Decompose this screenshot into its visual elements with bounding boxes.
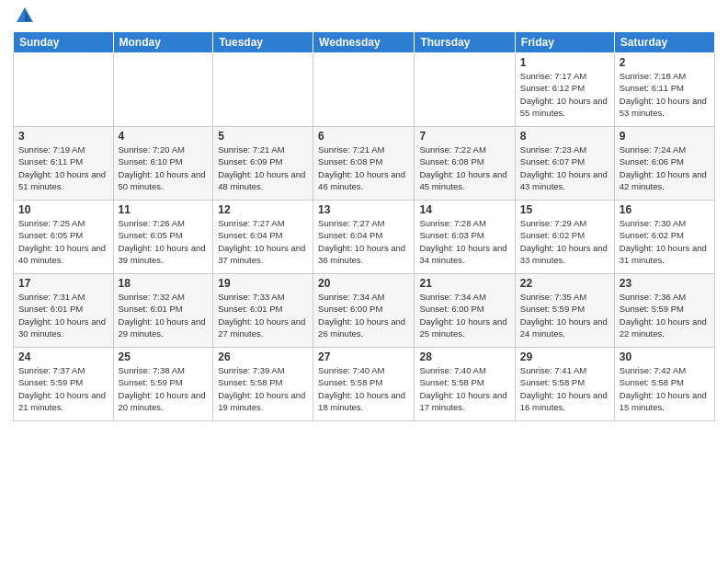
day-info: Sunrise: 7:30 AM Sunset: 6:02 PM Dayligh… (620, 217, 710, 266)
day-number: 4 (119, 130, 209, 143)
calendar-cell: 28Sunrise: 7:40 AM Sunset: 5:58 PM Dayli… (415, 348, 515, 421)
day-info: Sunrise: 7:22 AM Sunset: 6:08 PM Dayligh… (419, 144, 509, 192)
calendar-cell (213, 53, 313, 127)
calendar-cell: 11Sunrise: 7:26 AM Sunset: 6:05 PM Dayli… (113, 201, 213, 274)
calendar-cell: 29Sunrise: 7:41 AM Sunset: 5:58 PM Dayli… (515, 348, 614, 421)
calendar-cell: 13Sunrise: 7:27 AM Sunset: 6:04 PM Dayli… (313, 201, 415, 274)
day-info: Sunrise: 7:37 AM Sunset: 5:59 PM Dayligh… (18, 364, 108, 413)
day-info: Sunrise: 7:38 AM Sunset: 5:59 PM Dayligh… (119, 364, 209, 413)
day-info: Sunrise: 7:21 AM Sunset: 6:08 PM Dayligh… (318, 144, 409, 192)
calendar-cell: 2Sunrise: 7:18 AM Sunset: 6:11 PM Daylig… (614, 53, 714, 127)
day-number: 14 (419, 203, 509, 216)
day-number: 27 (318, 350, 409, 363)
day-number: 3 (18, 130, 108, 143)
calendar-cell: 14Sunrise: 7:28 AM Sunset: 6:03 PM Dayli… (415, 201, 515, 274)
day-info: Sunrise: 7:27 AM Sunset: 6:04 PM Dayligh… (218, 217, 308, 266)
day-number: 23 (620, 277, 710, 290)
logo (13, 9, 35, 26)
day-info: Sunrise: 7:20 AM Sunset: 6:10 PM Dayligh… (119, 144, 209, 192)
day-info: Sunrise: 7:42 AM Sunset: 5:58 PM Dayligh… (620, 364, 710, 413)
calendar-cell: 7Sunrise: 7:22 AM Sunset: 6:08 PM Daylig… (415, 127, 515, 201)
day-info: Sunrise: 7:26 AM Sunset: 6:05 PM Dayligh… (119, 217, 209, 266)
calendar-cell: 21Sunrise: 7:34 AM Sunset: 6:00 PM Dayli… (415, 274, 515, 348)
day-info: Sunrise: 7:18 AM Sunset: 6:11 PM Dayligh… (620, 70, 710, 119)
header (13, 9, 715, 26)
calendar-cell (313, 53, 415, 127)
calendar-cell: 5Sunrise: 7:21 AM Sunset: 6:09 PM Daylig… (213, 127, 313, 201)
day-number: 29 (520, 350, 609, 363)
day-number: 10 (18, 203, 108, 216)
day-number: 6 (318, 130, 409, 143)
calendar-cell: 4Sunrise: 7:20 AM Sunset: 6:10 PM Daylig… (113, 127, 213, 201)
calendar-row-4: 24Sunrise: 7:37 AM Sunset: 5:59 PM Dayli… (14, 348, 715, 421)
day-info: Sunrise: 7:41 AM Sunset: 5:58 PM Dayligh… (520, 364, 609, 413)
weekday-header-thursday: Thursday (415, 32, 515, 53)
day-number: 17 (18, 277, 108, 290)
calendar-cell: 9Sunrise: 7:24 AM Sunset: 6:06 PM Daylig… (614, 127, 714, 201)
day-info: Sunrise: 7:21 AM Sunset: 6:09 PM Dayligh… (218, 144, 308, 192)
day-info: Sunrise: 7:31 AM Sunset: 6:01 PM Dayligh… (18, 291, 108, 339)
day-number: 13 (318, 203, 409, 216)
calendar-cell: 10Sunrise: 7:25 AM Sunset: 6:05 PM Dayli… (14, 201, 114, 274)
day-info: Sunrise: 7:27 AM Sunset: 6:04 PM Dayligh… (318, 217, 409, 266)
calendar-cell: 19Sunrise: 7:33 AM Sunset: 6:01 PM Dayli… (213, 274, 313, 348)
day-number: 16 (620, 203, 710, 216)
calendar-cell: 8Sunrise: 7:23 AM Sunset: 6:07 PM Daylig… (515, 127, 614, 201)
calendar-row-2: 10Sunrise: 7:25 AM Sunset: 6:05 PM Dayli… (14, 201, 715, 274)
page: SundayMondayTuesdayWednesdayThursdayFrid… (0, 0, 728, 429)
day-info: Sunrise: 7:17 AM Sunset: 6:12 PM Dayligh… (520, 70, 609, 119)
day-number: 1 (520, 56, 609, 69)
day-number: 28 (419, 350, 509, 363)
calendar-cell (415, 53, 515, 127)
calendar-table: SundayMondayTuesdayWednesdayThursdayFrid… (13, 31, 715, 421)
day-number: 7 (419, 130, 509, 143)
calendar-cell: 23Sunrise: 7:36 AM Sunset: 5:59 PM Dayli… (614, 274, 714, 348)
calendar-row-1: 3Sunrise: 7:19 AM Sunset: 6:11 PM Daylig… (14, 127, 715, 201)
day-number: 18 (119, 277, 209, 290)
day-number: 24 (18, 350, 108, 363)
calendar-cell: 3Sunrise: 7:19 AM Sunset: 6:11 PM Daylig… (14, 127, 114, 201)
calendar-cell: 15Sunrise: 7:29 AM Sunset: 6:02 PM Dayli… (515, 201, 614, 274)
svg-marker-1 (25, 10, 31, 21)
day-number: 22 (520, 277, 609, 290)
day-info: Sunrise: 7:29 AM Sunset: 6:02 PM Dayligh… (520, 217, 609, 266)
day-info: Sunrise: 7:36 AM Sunset: 5:59 PM Dayligh… (620, 291, 710, 339)
calendar-row-3: 17Sunrise: 7:31 AM Sunset: 6:01 PM Dayli… (14, 274, 715, 348)
calendar-cell (113, 53, 213, 127)
calendar-cell: 25Sunrise: 7:38 AM Sunset: 5:59 PM Dayli… (113, 348, 213, 421)
day-info: Sunrise: 7:32 AM Sunset: 6:01 PM Dayligh… (119, 291, 209, 339)
weekday-header-sunday: Sunday (14, 32, 114, 53)
weekday-header-wednesday: Wednesday (313, 32, 415, 53)
day-info: Sunrise: 7:28 AM Sunset: 6:03 PM Dayligh… (419, 217, 509, 266)
day-number: 21 (419, 277, 509, 290)
calendar-cell: 22Sunrise: 7:35 AM Sunset: 5:59 PM Dayli… (515, 274, 614, 348)
calendar-cell: 6Sunrise: 7:21 AM Sunset: 6:08 PM Daylig… (313, 127, 415, 201)
day-number: 19 (218, 277, 308, 290)
weekday-header-friday: Friday (515, 32, 614, 53)
calendar-cell: 12Sunrise: 7:27 AM Sunset: 6:04 PM Dayli… (213, 201, 313, 274)
weekday-header-saturday: Saturday (614, 32, 714, 53)
day-info: Sunrise: 7:25 AM Sunset: 6:05 PM Dayligh… (18, 217, 108, 266)
calendar-cell: 20Sunrise: 7:34 AM Sunset: 6:00 PM Dayli… (313, 274, 415, 348)
day-info: Sunrise: 7:39 AM Sunset: 5:58 PM Dayligh… (218, 364, 308, 413)
day-info: Sunrise: 7:40 AM Sunset: 5:58 PM Dayligh… (318, 364, 409, 413)
day-info: Sunrise: 7:34 AM Sunset: 6:00 PM Dayligh… (419, 291, 509, 339)
calendar-cell: 24Sunrise: 7:37 AM Sunset: 5:59 PM Dayli… (14, 348, 114, 421)
calendar-row-0: 1Sunrise: 7:17 AM Sunset: 6:12 PM Daylig… (14, 53, 715, 127)
calendar-cell: 16Sunrise: 7:30 AM Sunset: 6:02 PM Dayli… (614, 201, 714, 274)
day-number: 11 (119, 203, 209, 216)
calendar-cell: 27Sunrise: 7:40 AM Sunset: 5:58 PM Dayli… (313, 348, 415, 421)
day-number: 9 (620, 130, 710, 143)
day-number: 26 (218, 350, 308, 363)
day-number: 12 (218, 203, 308, 216)
weekday-header-monday: Monday (113, 32, 213, 53)
calendar-cell (14, 53, 114, 127)
day-info: Sunrise: 7:23 AM Sunset: 6:07 PM Dayligh… (520, 144, 609, 192)
day-number: 25 (119, 350, 209, 363)
day-info: Sunrise: 7:24 AM Sunset: 6:06 PM Dayligh… (620, 144, 710, 192)
day-info: Sunrise: 7:40 AM Sunset: 5:58 PM Dayligh… (419, 364, 509, 413)
day-info: Sunrise: 7:35 AM Sunset: 5:59 PM Dayligh… (520, 291, 609, 339)
day-number: 20 (318, 277, 409, 290)
calendar-cell: 18Sunrise: 7:32 AM Sunset: 6:01 PM Dayli… (113, 274, 213, 348)
calendar-cell: 1Sunrise: 7:17 AM Sunset: 6:12 PM Daylig… (515, 53, 614, 127)
